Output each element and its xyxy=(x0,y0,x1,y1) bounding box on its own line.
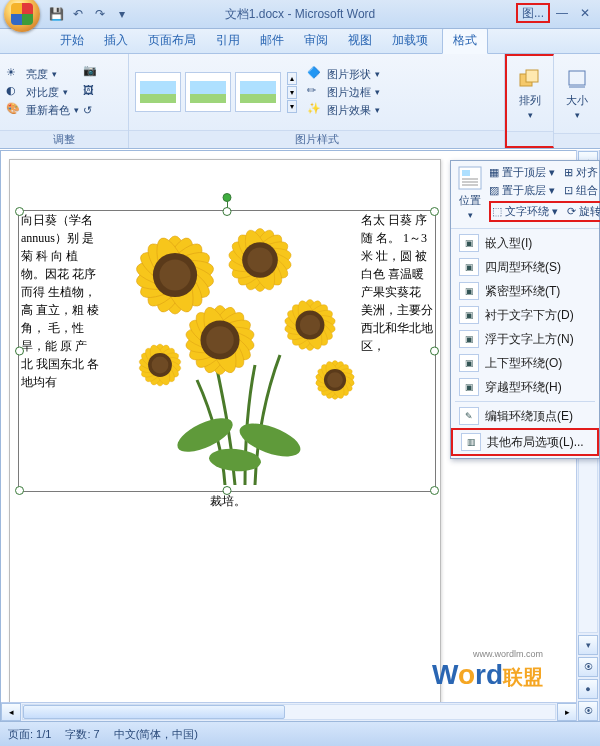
watermark: www.wordlm.com Word联盟 xyxy=(432,659,543,691)
minimize-button[interactable]: — xyxy=(551,5,573,21)
picture-shape-icon: 🔷 xyxy=(307,66,323,82)
next-page-icon[interactable]: ⦿ xyxy=(578,701,598,721)
group-styles-label: 图片样式 xyxy=(129,130,504,148)
picture-shape-button[interactable]: 🔷图片形状 ▾ xyxy=(307,66,380,82)
edit-wrap-points[interactable]: ✎编辑环绕顶点(E) xyxy=(451,404,599,428)
tab-view[interactable]: 视图 xyxy=(338,28,382,53)
window-title: 文档1.docx - Microsoft Word xyxy=(225,6,375,23)
send-to-back-button[interactable]: ▨置于底层▾ ⊡组合▾ xyxy=(489,183,600,198)
wrap-tight-icon: ▣ xyxy=(459,282,479,300)
resize-handle-r[interactable] xyxy=(430,347,439,356)
brightness-button[interactable]: ☀亮度 ▾ xyxy=(6,66,79,82)
svg-rect-2 xyxy=(569,71,585,85)
rotate-icon: ⟳ xyxy=(567,205,576,218)
group-adjust: ☀亮度 ▾ ◐对比度 ▾ 🎨重新着色 ▾ 📷 🖼 ↺ 调整 xyxy=(0,54,129,148)
arrange-button[interactable]: 排列 ▾ xyxy=(508,63,552,124)
change-picture-icon[interactable]: 🖼 xyxy=(83,84,99,100)
styles-more-icon[interactable]: ▾ xyxy=(287,100,297,113)
wrap-through[interactable]: ▣穿越型环绕(H) xyxy=(451,375,599,399)
tab-addin[interactable]: 加载项 xyxy=(382,28,438,53)
send-back-icon: ▨ xyxy=(489,184,499,197)
chevron-down-icon: ▾ xyxy=(528,110,533,120)
redo-icon[interactable]: ↷ xyxy=(92,6,108,22)
titlebar: 💾 ↶ ↷ ▾ 文档1.docx - Microsoft Word 图... —… xyxy=(0,0,600,29)
style-thumb-3[interactable] xyxy=(235,72,281,112)
text-wrapping-button[interactable]: ⬚文字环绕▾ ⟳旋转▾ xyxy=(489,201,600,222)
wrap-front-icon: ▣ xyxy=(459,330,479,348)
horizontal-scrollbar[interactable]: ◂ ▸ xyxy=(1,702,577,721)
qat-more-icon[interactable]: ▾ xyxy=(114,6,130,22)
ribbon: ☀亮度 ▾ ◐对比度 ▾ 🎨重新着色 ▾ 📷 🖼 ↺ 调整 ▴ ▾ ▾ 🔷图片形 xyxy=(0,54,600,149)
wrap-square[interactable]: ▣四周型环绕(S) xyxy=(451,255,599,279)
wrap-behind-icon: ▣ xyxy=(459,306,479,324)
picture-effects-button[interactable]: ✨图片效果 ▾ xyxy=(307,102,380,118)
page: 向日葵（学名 annuus）别 是 菊 科 向 植物。因花 花序而得 生植物，高… xyxy=(9,159,441,722)
styles-row-up-icon[interactable]: ▴ xyxy=(287,72,297,85)
wrap-top-bottom[interactable]: ▣上下型环绕(O) xyxy=(451,351,599,375)
wrap-front[interactable]: ▣浮于文字上方(N) xyxy=(451,327,599,351)
tab-format[interactable]: 格式 xyxy=(442,27,488,54)
wrap-topbottom-icon: ▣ xyxy=(459,354,479,372)
ribbon-tabs: 开始 插入 页面布局 引用 邮件 审阅 视图 加载项 格式 xyxy=(0,29,600,54)
recolor-icon: 🎨 xyxy=(6,102,22,118)
arrange-popout: 位置▾ ▦置于顶层▾ ⊞对齐▾ ▨置于底层▾ ⊡组合▾ ⬚文字环绕▾ ⟳旋转▾ … xyxy=(450,160,600,459)
reset-picture-icon[interactable]: ↺ xyxy=(83,104,99,120)
compress-icon[interactable]: 📷 xyxy=(83,64,99,80)
recolor-button[interactable]: 🎨重新着色 ▾ xyxy=(6,102,79,118)
wrap-inline-icon: ▣ xyxy=(459,234,479,252)
doc-text-right: 名太 日葵 序随 名。 1～3米 壮，圆 被白色 喜温暖 产果实葵花 美洲，主要… xyxy=(361,211,433,391)
style-thumb-2[interactable] xyxy=(185,72,231,112)
svg-rect-19 xyxy=(462,170,470,176)
align-icon: ⊞ xyxy=(564,166,573,179)
tab-review[interactable]: 审阅 xyxy=(294,28,338,53)
group-adjust-label: 调整 xyxy=(0,130,128,148)
status-language[interactable]: 中文(简体，中国) xyxy=(114,727,198,742)
browse-object-icon[interactable]: ● xyxy=(578,679,598,699)
styles-row-down-icon[interactable]: ▾ xyxy=(287,86,297,99)
wrap-through-icon: ▣ xyxy=(459,378,479,396)
status-word-count[interactable]: 字数: 7 xyxy=(65,727,99,742)
edit-points-icon: ✎ xyxy=(459,407,479,425)
text-wrapping-menu: ▣嵌入型(I) ▣四周型环绕(S) ▣紧密型环绕(T) ▣衬于文字下方(D) ▣… xyxy=(451,229,599,458)
selected-image-frame[interactable]: 向日葵（学名 annuus）别 是 菊 科 向 植物。因花 花序而得 生植物，高… xyxy=(18,210,436,492)
wrap-behind[interactable]: ▣衬于文字下方(D) xyxy=(451,303,599,327)
tab-mailings[interactable]: 邮件 xyxy=(250,28,294,53)
size-button[interactable]: 大小 ▾ xyxy=(555,63,599,124)
scroll-down-icon[interactable]: ▾ xyxy=(578,635,598,655)
rotate-handle[interactable] xyxy=(223,193,232,202)
style-thumb-1[interactable] xyxy=(135,72,181,112)
picture-border-button[interactable]: ✏图片边框 ▾ xyxy=(307,84,380,100)
contrast-button[interactable]: ◐对比度 ▾ xyxy=(6,84,79,100)
resize-handle-tl[interactable] xyxy=(15,207,24,216)
resize-handle-tr[interactable] xyxy=(430,207,439,216)
chevron-down-icon: ▾ xyxy=(575,110,580,120)
position-icon xyxy=(457,165,483,191)
tab-insert[interactable]: 插入 xyxy=(94,28,138,53)
quick-access-toolbar: 💾 ↶ ↷ ▾ xyxy=(48,6,130,22)
more-layout-options[interactable]: ▥其他布局选项(L)... xyxy=(451,428,599,456)
brightness-icon: ☀ xyxy=(6,66,22,82)
status-page[interactable]: 页面: 1/1 xyxy=(8,727,51,742)
undo-icon[interactable]: ↶ xyxy=(70,6,86,22)
text-wrap-icon: ⬚ xyxy=(492,205,502,218)
doc-text-left: 向日葵（学名 annuus）别 是 菊 科 向 植物。因花 花序而得 生植物，高… xyxy=(21,211,101,391)
close-button[interactable]: ✕ xyxy=(574,5,596,21)
office-button[interactable] xyxy=(4,0,40,32)
save-icon[interactable]: 💾 xyxy=(48,6,64,22)
tab-page-layout[interactable]: 页面布局 xyxy=(138,28,206,53)
resize-handle-l[interactable] xyxy=(15,347,24,356)
doc-text-bottom-left: 裁培。 xyxy=(210,492,246,510)
prev-page-icon[interactable]: ⦿ xyxy=(578,657,598,677)
status-bar: 页面: 1/1 字数: 7 中文(简体，中国) xyxy=(0,721,600,746)
more-options-icon: ▥ xyxy=(461,433,481,451)
tab-home[interactable]: 开始 xyxy=(50,28,94,53)
picture-tools-tab[interactable]: 图... xyxy=(516,3,550,23)
tab-references[interactable]: 引用 xyxy=(206,28,250,53)
wrap-tight[interactable]: ▣紧密型环绕(T) xyxy=(451,279,599,303)
position-button[interactable]: 位置▾ xyxy=(457,165,483,222)
svg-rect-1 xyxy=(526,70,538,82)
arrange-icon xyxy=(516,67,544,91)
wrap-inline[interactable]: ▣嵌入型(I) xyxy=(451,231,599,255)
bring-to-front-button[interactable]: ▦置于顶层▾ ⊞对齐▾ xyxy=(489,165,600,180)
group-arrange: 排列 ▾ xyxy=(505,54,554,148)
